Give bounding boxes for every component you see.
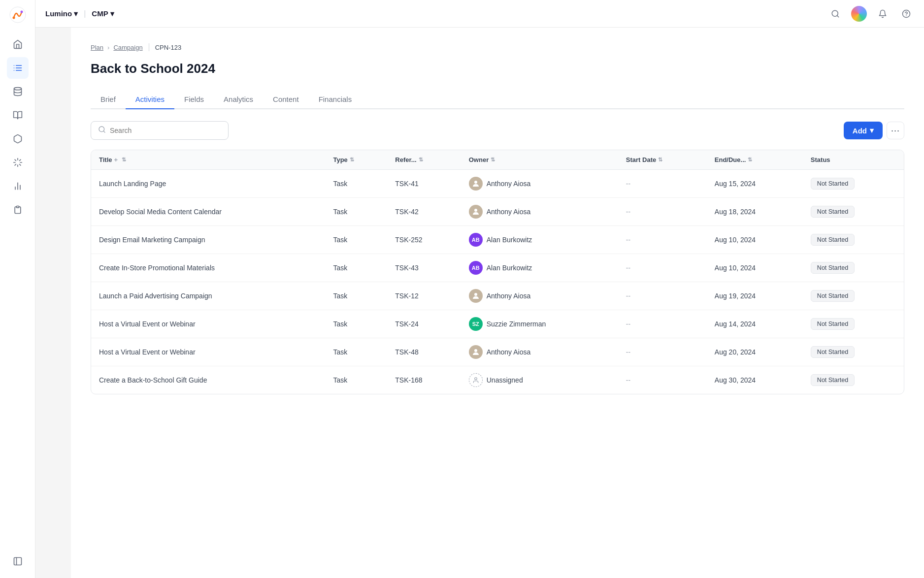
tabs-bar: Brief Activities Fields Analytics Conten… — [91, 90, 904, 109]
cell-status[interactable]: Not Started — [803, 198, 904, 226]
cell-status[interactable]: Not Started — [803, 338, 904, 366]
page-title: Back to School 2024 — [91, 61, 904, 76]
notifications-icon[interactable] — [875, 6, 891, 22]
cell-title[interactable]: Launch Landing Page — [91, 170, 325, 198]
cell-type: Task — [325, 198, 387, 226]
status-badge[interactable]: Not Started — [811, 262, 855, 274]
cell-owner[interactable]: ABAlan Burkowitz — [461, 226, 618, 254]
cell-title[interactable]: Create In-Store Promotional Materials — [91, 254, 325, 282]
owner-avatar — [469, 205, 483, 219]
sidebar-item-database[interactable] — [7, 81, 29, 102]
more-options-button[interactable]: ··· — [887, 122, 904, 139]
table-row: Launch a Paid Advertising CampaignTaskTS… — [91, 282, 904, 310]
owner-avatar — [469, 289, 483, 303]
owner-avatar — [469, 177, 483, 191]
cell-start-date: -- — [618, 198, 707, 226]
sort-start-icon[interactable]: ⇅ — [658, 157, 662, 163]
cell-type: Task — [325, 170, 387, 198]
search-input[interactable] — [110, 127, 221, 134]
cell-status[interactable]: Not Started — [803, 170, 904, 198]
cell-title[interactable]: Create a Back-to-School Gift Guide — [91, 366, 325, 394]
cell-start-date: -- — [618, 170, 707, 198]
table-row: Create In-Store Promotional MaterialsTas… — [91, 254, 904, 282]
sort-end-icon[interactable]: ⇅ — [748, 157, 752, 163]
add-column-icon[interactable]: + — [114, 156, 118, 163]
cell-owner[interactable]: Anthony Aiosa — [461, 338, 618, 366]
sort-title-icon[interactable]: ⇅ — [122, 157, 126, 163]
cell-start-date: -- — [618, 254, 707, 282]
cell-title[interactable]: Host a Virtual Event or Webinar — [91, 310, 325, 338]
cell-status[interactable]: Not Started — [803, 310, 904, 338]
status-badge[interactable]: Not Started — [811, 346, 855, 358]
tab-analytics[interactable]: Analytics — [214, 90, 263, 109]
status-badge[interactable]: Not Started — [811, 374, 855, 386]
col-end-due: End/Due... ⇅ — [707, 150, 803, 170]
topbar: Lumino ▾ | CMP ▾ — [35, 0, 924, 28]
status-badge[interactable]: Not Started — [811, 206, 855, 218]
status-badge[interactable]: Not Started — [811, 290, 855, 302]
status-badge[interactable]: Not Started — [811, 318, 855, 330]
cell-owner[interactable]: Anthony Aiosa — [461, 198, 618, 226]
cell-reference: TSK-41 — [387, 170, 461, 198]
tab-activities[interactable]: Activities — [126, 90, 174, 109]
cell-status[interactable]: Not Started — [803, 226, 904, 254]
status-badge[interactable]: Not Started — [811, 178, 855, 190]
sidebar-item-home[interactable] — [7, 33, 29, 55]
owner-name: Suzzie Zimmerman — [487, 320, 546, 328]
col-type: Type ⇅ — [325, 150, 387, 170]
owner-name: Unassigned — [487, 376, 523, 384]
search-icon[interactable] — [827, 6, 843, 22]
sort-ref-icon[interactable]: ⇅ — [419, 157, 423, 163]
cell-start-date: -- — [618, 226, 707, 254]
sidebar-item-clipboard[interactable] — [7, 199, 29, 221]
breadcrumb-id: CPN-123 — [155, 44, 181, 51]
add-button[interactable]: Add ▾ — [844, 122, 883, 139]
user-avatar[interactable] — [851, 6, 867, 22]
owner-name: Alan Burkowitz — [487, 236, 532, 244]
breadcrumb-plan[interactable]: Plan — [91, 44, 103, 51]
tab-fields[interactable]: Fields — [174, 90, 214, 109]
breadcrumb-campaign[interactable]: Campaign — [113, 44, 142, 51]
svg-line-16 — [15, 164, 16, 165]
table-row: Launch Landing PageTaskTSK-41Anthony Aio… — [91, 170, 904, 198]
svg-line-13 — [19, 164, 20, 165]
cell-title[interactable]: Develop Social Media Content Calendar — [91, 198, 325, 226]
cell-title[interactable]: Host a Virtual Event or Webinar — [91, 338, 325, 366]
cell-title[interactable]: Design Email Marketing Campaign — [91, 226, 325, 254]
svg-point-9 — [14, 88, 21, 90]
cell-status[interactable]: Not Started — [803, 366, 904, 394]
toolbar-right: Add ▾ ··· — [844, 122, 904, 139]
col-title: Title + ⇅ — [91, 150, 325, 170]
tab-brief[interactable]: Brief — [91, 90, 126, 109]
cell-owner[interactable]: SZSuzzie Zimmerman — [461, 310, 618, 338]
sort-owner-icon[interactable]: ⇅ — [491, 157, 495, 163]
app-logo[interactable] — [9, 6, 27, 24]
cell-owner[interactable]: Anthony Aiosa — [461, 282, 618, 310]
cell-owner[interactable]: ABAlan Burkowitz — [461, 254, 618, 282]
status-badge[interactable]: Not Started — [811, 234, 855, 246]
search-box[interactable] — [91, 121, 229, 140]
sidebar-item-idea[interactable] — [7, 152, 29, 173]
add-button-label: Add — [853, 127, 867, 135]
owner-avatar: SZ — [469, 317, 483, 331]
brand-lumino[interactable]: Lumino ▾ — [45, 9, 78, 18]
tab-financials[interactable]: Financials — [309, 90, 362, 109]
sort-type-icon[interactable]: ⇅ — [350, 157, 354, 163]
sidebar-item-library[interactable] — [7, 104, 29, 126]
start-date-dash: -- — [626, 264, 630, 272]
start-date-dash: -- — [626, 208, 630, 216]
cell-owner[interactable]: Anthony Aiosa — [461, 170, 618, 198]
sidebar-item-panel[interactable] — [7, 550, 29, 572]
cell-status[interactable]: Not Started — [803, 282, 904, 310]
tab-content[interactable]: Content — [263, 90, 309, 109]
unassigned-icon — [469, 373, 483, 387]
help-icon[interactable] — [898, 6, 914, 22]
brand-cmp[interactable]: CMP ▾ — [92, 9, 114, 18]
cell-title[interactable]: Launch a Paid Advertising Campaign — [91, 282, 325, 310]
sidebar-item-box[interactable] — [7, 128, 29, 150]
cell-type: Task — [325, 366, 387, 394]
cell-owner[interactable]: Unassigned — [461, 366, 618, 394]
sidebar-item-analytics[interactable] — [7, 175, 29, 197]
cell-status[interactable]: Not Started — [803, 254, 904, 282]
sidebar-item-list[interactable] — [7, 57, 29, 79]
